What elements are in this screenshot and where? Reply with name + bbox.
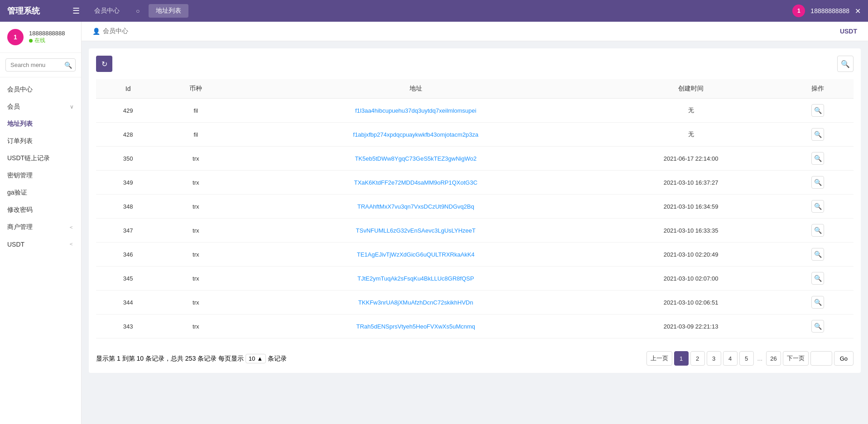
sidebar-search-section: 🔍 bbox=[0, 53, 81, 77]
address-link[interactable]: f1abjxfbp274xpdqcpuaykwkfb43omjotacm2p3z… bbox=[353, 131, 478, 138]
cell-action: 🔍 bbox=[782, 267, 854, 291]
table-search-button[interactable]: 🔍 bbox=[837, 56, 854, 72]
page-go-input[interactable] bbox=[810, 351, 832, 366]
table-row: 344 trx TKKFw3nrUA8jXMuAfzhDcnC72skikhHV… bbox=[96, 291, 854, 314]
cell-currency: fil bbox=[160, 123, 231, 147]
page-button-last[interactable]: 26 bbox=[766, 351, 781, 366]
cell-currency: trx bbox=[160, 314, 231, 338]
pagination-info: 显示第 1 到第 10 条记录，总共 253 条记录 每页显示 10 ▲ 条记录 bbox=[96, 354, 287, 363]
row-search-button[interactable]: 🔍 bbox=[811, 248, 824, 261]
sidebar-user-section: 1 18888888888 在线 bbox=[0, 22, 81, 53]
cell-address: TK5eb5tDWw8YgqC73GeS5kTEZ3gwNigWo2 bbox=[231, 147, 600, 171]
sidebar-item-merchant[interactable]: 商户管理 ＜ bbox=[0, 219, 81, 236]
prev-page-button[interactable]: 上一页 bbox=[646, 351, 672, 366]
sidebar-username: 18888888888 bbox=[29, 30, 65, 37]
cell-id: 349 bbox=[96, 171, 160, 195]
sidebar-status: 在线 bbox=[29, 37, 65, 44]
sidebar: 1 18888888888 在线 🔍 会员中心 会员 ∨ bbox=[0, 22, 82, 424]
chevron-down-icon-usdt: ＜ bbox=[68, 240, 74, 248]
top-nav-right: 1 18888888888 ✕ bbox=[792, 5, 861, 17]
cell-id: 343 bbox=[96, 314, 160, 338]
sidebar-item-ga[interactable]: ga验证 bbox=[0, 184, 81, 201]
breadcrumb-bar: 👤 会员中心 USDT bbox=[82, 22, 868, 41]
cell-currency: trx bbox=[160, 171, 231, 195]
col-currency: 币种 bbox=[160, 79, 231, 99]
table-toolbar: ↻ 🔍 bbox=[96, 56, 854, 72]
address-link[interactable]: TK5eb5tDWw8YgqC73GeS5kTEZ3gwNigWo2 bbox=[355, 155, 477, 162]
address-link[interactable]: TSvNFUMLL6zG32vEnSAevc3LgUsLYHzeeT bbox=[356, 227, 476, 234]
cell-address: TXaK6KtdFF2e72MDD4saMM9oRP1QXotG3C bbox=[231, 171, 600, 195]
page-button-3[interactable]: 3 bbox=[707, 351, 721, 366]
top-nav-close-icon[interactable]: ✕ bbox=[855, 7, 861, 15]
menu-toggle-icon[interactable]: ☰ bbox=[72, 6, 80, 16]
chevron-down-icon-merchant: ＜ bbox=[68, 224, 74, 231]
cell-id: 348 bbox=[96, 195, 160, 219]
refresh-button[interactable]: ↻ bbox=[96, 56, 112, 72]
address-link[interactable]: TRAAhftMxX7vu3qn7VxsDCzUt9NDGvq2Bq bbox=[357, 203, 474, 210]
address-link[interactable]: f1l3aa4hibcupuehu37dq3uytdq7xeilmlomsupe… bbox=[355, 107, 476, 114]
next-page-button[interactable]: 下一页 bbox=[783, 351, 809, 366]
sidebar-avatar: 1 bbox=[7, 29, 24, 45]
row-search-button[interactable]: 🔍 bbox=[811, 224, 824, 237]
sidebar-item-member-center[interactable]: 会员中心 bbox=[0, 81, 81, 98]
cell-action: 🔍 bbox=[782, 123, 854, 147]
cell-time: 2021-03-10 02:07:00 bbox=[600, 267, 782, 291]
table-header-row: Id 币种 地址 创建时间 操作 bbox=[96, 79, 854, 99]
row-search-button[interactable]: 🔍 bbox=[811, 176, 824, 189]
cell-id: 429 bbox=[96, 99, 160, 123]
sidebar-item-address-list[interactable]: 地址列表 bbox=[0, 115, 81, 133]
row-search-button[interactable]: 🔍 bbox=[811, 152, 824, 165]
sidebar-item-member[interactable]: 会员 ∨ bbox=[0, 98, 81, 115]
table-row: 345 trx TJtE2ymTuqAk2sFsqKu4BkLLUc8GR8fQ… bbox=[96, 267, 854, 291]
row-search-button[interactable]: 🔍 bbox=[811, 320, 824, 333]
sidebar-item-usdt[interactable]: USDT ＜ bbox=[0, 236, 81, 252]
sidebar-menu: 会员中心 会员 ∨ 地址列表 订单列表 USDT链上记录 密钥管理 ga验证 bbox=[0, 77, 81, 424]
address-table: Id 币种 地址 创建时间 操作 429 fil f1l3aa4hibcupue… bbox=[96, 79, 854, 338]
page-go-button[interactable]: Go bbox=[834, 351, 854, 366]
address-link[interactable]: TE1AgEJivTjWzXdGicG6uQULTRXRkaAkK4 bbox=[357, 251, 475, 258]
table-row: 349 trx TXaK6KtdFF2e72MDD4saMM9oRP1QXotG… bbox=[96, 171, 854, 195]
sidebar-item-key-management[interactable]: 密钥管理 bbox=[0, 167, 81, 184]
address-link[interactable]: TXaK6KtdFF2e72MDD4saMM9oRP1QXotG3C bbox=[354, 179, 477, 186]
cell-address: f1abjxfbp274xpdqcpuaykwkfb43omjotacm2p3z… bbox=[231, 123, 600, 147]
cell-id: 350 bbox=[96, 147, 160, 171]
cell-time: 2021-06-17 22:14:00 bbox=[600, 147, 782, 171]
cell-action: 🔍 bbox=[782, 314, 854, 338]
address-link[interactable]: TRah5dENSprsVtyeh5HeoFVXwXs5uMcnmq bbox=[357, 323, 475, 330]
user-icon: 👤 bbox=[92, 28, 100, 35]
cell-id: 344 bbox=[96, 291, 160, 314]
page-button-5[interactable]: 5 bbox=[739, 351, 754, 366]
page-button-1[interactable]: 1 bbox=[674, 351, 689, 366]
address-link[interactable]: TJtE2ymTuqAk2sFsqKu4BkLLUc8GR8fQSP bbox=[357, 275, 474, 282]
row-search-button[interactable]: 🔍 bbox=[811, 200, 824, 213]
row-search-button[interactable]: 🔍 bbox=[811, 104, 824, 117]
sidebar-item-order-list[interactable]: 订单列表 bbox=[0, 133, 81, 150]
sidebar-item-change-password[interactable]: 修改密码 bbox=[0, 201, 81, 219]
pagination-controls: 上一页 1 2 3 4 5 ... 26 下一页 Go bbox=[646, 351, 854, 366]
breadcrumb: 👤 会员中心 bbox=[92, 27, 128, 35]
main-content: 👤 会员中心 USDT ↻ 🔍 Id 币种 地址 创建时间 操作 bbox=[82, 22, 868, 424]
row-search-button[interactable]: 🔍 bbox=[811, 128, 824, 141]
cell-time: 2021-03-10 16:37:27 bbox=[600, 171, 782, 195]
row-search-button[interactable]: 🔍 bbox=[811, 296, 824, 309]
table-row: 428 fil f1abjxfbp274xpdqcpuaykwkfb43omjo… bbox=[96, 123, 854, 147]
top-nav-item-address-list[interactable]: 地址列表 bbox=[149, 4, 188, 18]
per-page-select[interactable]: 10 ▲ bbox=[246, 354, 266, 363]
top-nav-item-member-center[interactable]: 会员中心 bbox=[87, 4, 127, 18]
cell-action: 🔍 bbox=[782, 243, 854, 267]
row-search-button[interactable]: 🔍 bbox=[811, 272, 824, 285]
pagination-bar: 显示第 1 到第 10 条记录，总共 253 条记录 每页显示 10 ▲ 条记录… bbox=[96, 346, 854, 366]
cell-action: 🔍 bbox=[782, 147, 854, 171]
table-row: 346 trx TE1AgEJivTjWzXdGicG6uQULTRXRkaAk… bbox=[96, 243, 854, 267]
sidebar-item-usdt-chain[interactable]: USDT链上记录 bbox=[0, 150, 81, 167]
address-link[interactable]: TKKFw3nrUA8jXMuAfzhDcnC72skikhHVDn bbox=[358, 299, 473, 306]
top-nav-item-circle[interactable]: ○ bbox=[129, 5, 147, 17]
search-icon: 🔍 bbox=[64, 62, 72, 69]
top-navigation: 管理系统 ☰ 会员中心 ○ 地址列表 1 18888888888 ✕ bbox=[0, 0, 868, 22]
cell-address: TRah5dENSprsVtyeh5HeoFVXwXs5uMcnmq bbox=[231, 314, 600, 338]
cell-currency: fil bbox=[160, 99, 231, 123]
top-nav-avatar: 1 bbox=[792, 5, 805, 17]
cell-address: TRAAhftMxX7vu3qn7VxsDCzUt9NDGvq2Bq bbox=[231, 195, 600, 219]
page-button-2[interactable]: 2 bbox=[690, 351, 705, 366]
page-button-4[interactable]: 4 bbox=[723, 351, 738, 366]
